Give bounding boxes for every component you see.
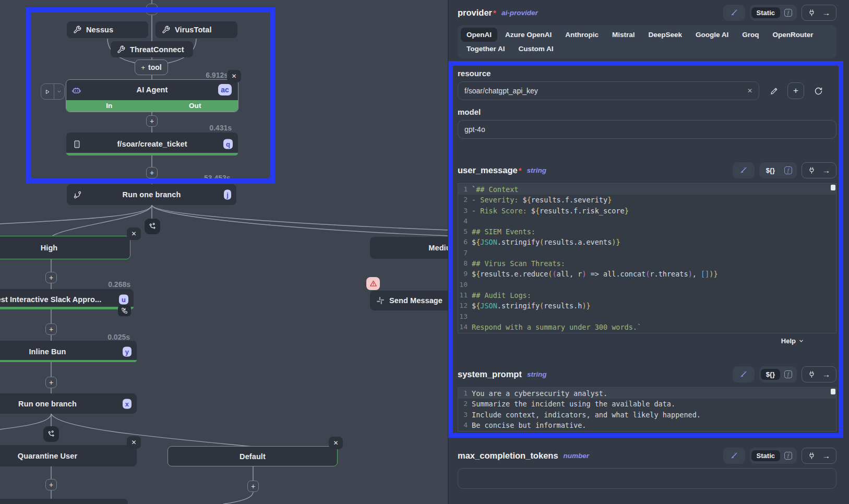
plug-icon[interactable] — [808, 166, 816, 174]
node-branch-default[interactable]: Default — [168, 446, 338, 466]
close-icon[interactable]: ✕ — [127, 436, 141, 449]
tool-handle[interactable]: + tool — [135, 59, 168, 75]
field-type: number — [564, 452, 590, 460]
mode-template-option[interactable]: ${} — [761, 165, 780, 176]
help-button[interactable]: Help — [781, 337, 796, 345]
node-ai-agent[interactable]: AI Agent ac In Out — [66, 79, 238, 112]
plus-connector[interactable]: + — [45, 479, 57, 490]
node-inline-bun[interactable]: Inline Bun y — [0, 341, 137, 362]
node-run-one-branch-2[interactable]: Run one branch x — [0, 393, 137, 414]
plus-connector[interactable]: + — [45, 272, 57, 283]
code-line[interactable]: 6${JSON.stringify(results.a.events)} — [458, 237, 836, 247]
model-input[interactable]: gpt-4o — [458, 120, 836, 139]
code-line[interactable]: 10 — [458, 280, 836, 290]
node-virustotal[interactable]: VirusTotal — [156, 21, 237, 38]
ai-autofill-button[interactable] — [733, 162, 755, 178]
provider-tab-google-ai[interactable]: Google AI — [690, 28, 734, 42]
provider-tab-azure-openai[interactable]: Azure OpenAI — [499, 28, 557, 42]
provider-tab-together-ai[interactable]: Together AI — [461, 42, 511, 56]
arrow-right-icon[interactable]: → — [822, 370, 830, 378]
code-line[interactable]: 4Be concise but informative. — [458, 420, 836, 430]
plug-icon[interactable] — [808, 452, 816, 460]
plus-connector[interactable]: + — [146, 4, 158, 15]
node-branch-high[interactable]: High — [0, 236, 130, 259]
code-line[interactable]: 8## Virus Scan Threats: — [458, 258, 836, 269]
code-line[interactable]: 11## Audit Logs: — [458, 290, 836, 301]
node-create-ticket[interactable]: f/soar/create_ticket q — [66, 133, 238, 155]
node-run-one-branch-1[interactable]: Run one branch j — [67, 184, 236, 205]
provider-tab-deepseek[interactable]: DeepSeek — [643, 28, 688, 42]
node-nessus[interactable]: Nessus — [67, 21, 148, 38]
add-resource-button[interactable]: + — [787, 82, 804, 99]
plus-connector[interactable]: + — [45, 377, 57, 388]
arrow-right-icon[interactable]: → — [822, 9, 830, 17]
ai-autofill-button[interactable] — [723, 448, 745, 464]
provider-tab-anthropic[interactable]: Anthropic — [559, 28, 604, 42]
code-line[interactable]: 4 — [458, 216, 836, 226]
code-line[interactable]: 12${JSON.stringify(results.h)} — [458, 301, 836, 311]
scrollbar-thumb[interactable] — [831, 185, 835, 190]
mode-expression-option[interactable]: f — [781, 6, 795, 19]
run-button-group[interactable] — [41, 83, 65, 100]
add-branch-icon[interactable] — [43, 426, 59, 442]
mode-expression-option[interactable]: f — [781, 368, 795, 381]
code-line[interactable]: 1You are a cybersecurity analyst. — [458, 388, 836, 399]
provider-tab-mistral[interactable]: Mistral — [606, 28, 641, 42]
node-send-message[interactable]: Send Message — [370, 291, 449, 310]
code-line[interactable]: 2Summarize the incident using the availa… — [458, 399, 836, 409]
code-line[interactable]: 3Include context, indicators, and what l… — [458, 410, 836, 420]
provider-tab-openrouter[interactable]: OpenRouter — [767, 28, 819, 42]
agent-out-tab[interactable]: Out — [152, 100, 238, 112]
code-line[interactable]: 14Respond with a summary under 300 words… — [458, 322, 836, 332]
mode-expression-option[interactable]: f — [781, 449, 795, 462]
agent-in-tab[interactable]: In — [66, 100, 152, 112]
node-slack-approval[interactable]: quest Interactive Slack Appro... u — [0, 289, 134, 309]
provider-tab-groq[interactable]: Groq — [736, 28, 764, 42]
clear-icon[interactable]: ✕ — [747, 87, 752, 94]
code-line[interactable]: 2- Severity: ${results.f.severity} — [458, 195, 836, 205]
close-icon[interactable]: ✕ — [329, 437, 343, 449]
phone-incoming-icon[interactable] — [118, 305, 131, 316]
plug-icon[interactable] — [808, 370, 816, 378]
plus-connector[interactable]: + — [146, 115, 158, 127]
code-line[interactable]: 3- Risk Score: ${results.f.risk_score} — [458, 206, 836, 216]
code-line[interactable]: 1`## Context — [458, 184, 836, 195]
node-branch-medium[interactable]: Medium — [370, 237, 449, 259]
mode-expression-option[interactable]: f — [781, 164, 795, 177]
code-line[interactable]: 5## SIEM Events: — [458, 226, 836, 237]
code-line[interactable]: 7 — [458, 248, 836, 258]
edit-pencil-icon[interactable] — [770, 87, 779, 95]
provider-tab-openai[interactable]: OpenAI — [461, 28, 497, 42]
node-label: Medium — [428, 244, 449, 252]
arrow-right-icon[interactable]: → — [822, 452, 830, 460]
system-prompt-code-editor[interactable]: 1You are a cybersecurity analyst.2Summar… — [458, 387, 836, 431]
chevron-down-icon[interactable] — [54, 84, 64, 99]
arrow-right-icon[interactable]: → — [822, 166, 830, 174]
play-icon[interactable] — [41, 84, 54, 99]
code-line[interactable]: 9${results.e.reduce((all, r) => all.conc… — [458, 269, 836, 279]
refresh-icon[interactable] — [814, 87, 823, 95]
mode-static-option[interactable]: Static — [751, 7, 780, 18]
close-icon[interactable]: ✕ — [227, 70, 241, 82]
node-threatconnect[interactable]: ThreatConnect — [111, 41, 193, 57]
mode-template-option[interactable]: ${} — [761, 369, 780, 380]
plus-connector[interactable]: + — [45, 323, 57, 335]
mode-static-option[interactable]: Static — [751, 450, 780, 461]
user-message-code-editor[interactable]: 1`## Context2- Severity: ${results.f.sev… — [458, 183, 836, 333]
add-branch-icon[interactable] — [145, 219, 160, 234]
plus-connector[interactable]: + — [247, 481, 259, 492]
node-partial-bottom[interactable] — [0, 499, 128, 504]
chevron-down-icon[interactable] — [798, 338, 804, 344]
plug-icon[interactable] — [808, 9, 816, 17]
ai-autofill-button[interactable] — [733, 366, 755, 382]
max-tokens-input[interactable] — [458, 468, 836, 489]
scrollbar-thumb[interactable] — [831, 389, 835, 394]
close-icon[interactable]: ✕ — [127, 227, 141, 240]
workflow-canvas[interactable]: + Nessus VirusTotal ThreatConnect + tool… — [0, 0, 449, 504]
provider-tab-custom-ai[interactable]: Custom AI — [513, 42, 559, 56]
ai-autofill-button[interactable] — [723, 5, 745, 21]
plus-connector[interactable]: + — [146, 167, 158, 178]
resource-input[interactable]: f/soar/chatgpt_api_key ✕ — [458, 81, 759, 100]
code-line[interactable]: 13 — [458, 311, 836, 322]
node-quarantine-user[interactable]: Quarantine User — [0, 445, 137, 466]
